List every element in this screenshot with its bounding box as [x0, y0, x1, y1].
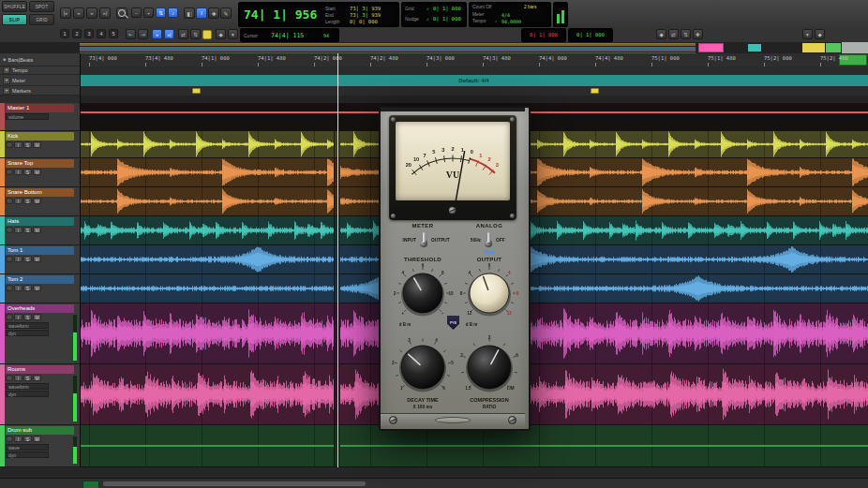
- bar-beat-label[interactable]: 75|2| 480: [820, 55, 848, 61]
- bar-beat-label[interactable]: 75|1| 000: [651, 55, 680, 61]
- horizontal-scrollbar-thumb[interactable]: [103, 481, 366, 486]
- bar-beat-label[interactable]: 74|4| 480: [595, 55, 623, 61]
- toolbar-extra-button[interactable]: ✚: [693, 29, 703, 39]
- track-lane-drum-sub[interactable]: [80, 425, 868, 467]
- meter-adjust-screw[interactable]: [448, 206, 456, 214]
- pre-roll-value[interactable]: 0| 1| 000: [522, 29, 565, 40]
- track-s-button[interactable]: S: [23, 169, 32, 175]
- track-m-button[interactable]: M: [33, 256, 41, 262]
- toolbar-extra-button[interactable]: ⇄: [668, 29, 679, 39]
- track-s-button[interactable]: S: [23, 227, 32, 233]
- universe-view-indicator[interactable]: [842, 42, 868, 53]
- toolbar-extra-button[interactable]: ▾: [802, 29, 813, 39]
- selection-end-value[interactable]: 73| 3| 939: [350, 12, 381, 18]
- bar-beat-label[interactable]: 74|2| 480: [370, 55, 398, 61]
- track-view-selector[interactable]: waveform: [6, 322, 49, 329]
- track-name[interactable]: Tom 1: [6, 246, 74, 255]
- toolbar-extra-button[interactable]: ◆: [815, 29, 825, 39]
- track-s-button[interactable]: S: [23, 256, 32, 262]
- track-i-button[interactable]: I: [14, 169, 22, 175]
- mode-shuffle-button[interactable]: SHUFFLE: [2, 1, 27, 12]
- track-s-button[interactable]: S: [23, 198, 32, 204]
- track-m-button[interactable]: M: [33, 436, 41, 442]
- memory-location-3[interactable]: 3: [84, 29, 94, 38]
- mode-spot-button[interactable]: SPOT: [29, 1, 54, 12]
- zoom-tool-button[interactable]: [116, 7, 127, 19]
- grid-value[interactable]: 0| 1| 000: [433, 6, 461, 11]
- track-view-selector[interactable]: volume: [6, 113, 49, 120]
- bar-beat-label[interactable]: 73|4| 000: [89, 55, 117, 61]
- track-m-button[interactable]: M: [33, 227, 41, 233]
- audio-zoom-button[interactable]: ⇅: [156, 7, 166, 18]
- track-view-selector[interactable]: wave: [6, 444, 49, 451]
- ruler-name-markers[interactable]: +Markers: [0, 86, 80, 96]
- pre-roll-display[interactable]: 0| 1| 000: [521, 28, 566, 42]
- transport-rewind-button[interactable]: «: [73, 7, 84, 19]
- track-name[interactable]: Snare Top: [6, 159, 74, 168]
- memory-location-5[interactable]: 5: [109, 29, 118, 38]
- record-enable-button[interactable]: [6, 227, 13, 233]
- plus-icon[interactable]: +: [3, 87, 10, 95]
- analog-hpf-switch[interactable]: [484, 230, 493, 248]
- track-view-selector[interactable]: dyn: [6, 451, 49, 458]
- track-m-button[interactable]: M: [33, 314, 41, 320]
- track-m-button[interactable]: M: [33, 198, 41, 204]
- ruler-name-bars-beats[interactable]: ◆Bars|Beats: [0, 53, 80, 67]
- track-m-button[interactable]: M: [33, 141, 41, 148]
- memory-location-4[interactable]: 4: [97, 29, 106, 38]
- mirrored-editing-indicator[interactable]: [202, 30, 212, 39]
- track-name[interactable]: Hats: [6, 217, 74, 226]
- meter-source-switch[interactable]: [419, 230, 428, 248]
- ruler-name-tempo[interactable]: +Tempo: [0, 67, 80, 75]
- bar-beat-label[interactable]: 74|1| 000: [202, 55, 230, 61]
- track-s-button[interactable]: S: [23, 285, 32, 291]
- track-s-button[interactable]: S: [23, 314, 32, 320]
- transport-end-button[interactable]: »|: [99, 7, 111, 19]
- track-name[interactable]: Kick: [6, 132, 74, 140]
- record-enable-button[interactable]: [6, 436, 13, 442]
- main-counter-value[interactable]: 74| 1| 956: [244, 7, 317, 22]
- bar-beat-label[interactable]: 74|3| 480: [483, 55, 511, 61]
- track-view-selector[interactable]: dyn: [6, 330, 49, 336]
- decay-time-knob[interactable]: 123456: [386, 331, 459, 404]
- compression-ratio-knob[interactable]: 1.5236LIM: [453, 331, 526, 404]
- tempo-value[interactable]: 94.0000: [501, 19, 521, 24]
- track-m-button[interactable]: M: [33, 375, 41, 381]
- track-name[interactable]: Overheads: [6, 304, 74, 313]
- grabber-tool-button[interactable]: ✚: [208, 7, 219, 19]
- output-knob[interactable]: 128404812: [455, 259, 524, 328]
- midi-zoom-button[interactable]: ♪: [168, 7, 178, 18]
- transport-info-display[interactable]: Count Off 2 bars Meter 4/4 Tempo ♩ 94.00…: [469, 2, 551, 27]
- timeline-marker[interactable]: [192, 88, 201, 94]
- mode-grid-button[interactable]: GRID: [29, 14, 54, 25]
- post-roll-display[interactable]: 0| 1| 000: [568, 28, 613, 42]
- count-off-label[interactable]: Count Off: [472, 5, 491, 9]
- track-name[interactable]: Snare Bottom: [6, 188, 74, 197]
- track-view-selector[interactable]: dyn: [6, 391, 49, 397]
- record-enable-button[interactable]: [6, 198, 13, 204]
- zoom-in-button[interactable]: +: [143, 7, 154, 18]
- track-s-button[interactable]: S: [23, 436, 32, 442]
- main-counter-display[interactable]: 74| 1| 956 Start 73| 3| 939 End 73| 3| 9…: [238, 2, 399, 27]
- track-name[interactable]: Drum sub: [6, 426, 74, 435]
- selection-start-value[interactable]: 73| 3| 939: [350, 6, 381, 11]
- track-name[interactable]: Tom 2: [6, 275, 74, 284]
- track-i-button[interactable]: I: [14, 256, 22, 262]
- link-track-selection-button[interactable]: ⇅: [190, 29, 201, 39]
- record-enable-button[interactable]: [6, 375, 13, 381]
- selector-tool-button[interactable]: I: [196, 7, 207, 19]
- record-enable-button[interactable]: [6, 314, 13, 320]
- pencil-tool-button[interactable]: ✎: [220, 7, 232, 19]
- insertion-follows-playback-button[interactable]: »|: [164, 29, 174, 39]
- track-i-button[interactable]: I: [14, 227, 22, 233]
- track-view-selector[interactable]: waveform: [6, 383, 49, 390]
- track-i-button[interactable]: I: [14, 436, 22, 442]
- track-m-button[interactable]: M: [33, 169, 41, 175]
- record-enable-button[interactable]: [6, 141, 13, 148]
- memory-location-1[interactable]: 1: [60, 29, 69, 38]
- waveform-drum-sub[interactable]: [80, 425, 868, 466]
- transport-forward-button[interactable]: »: [86, 7, 97, 19]
- snap-button[interactable]: ◆: [216, 29, 226, 39]
- toolbar-extra-button[interactable]: ⇅: [681, 29, 691, 39]
- ruler-name-meter[interactable]: +Meter: [0, 75, 80, 86]
